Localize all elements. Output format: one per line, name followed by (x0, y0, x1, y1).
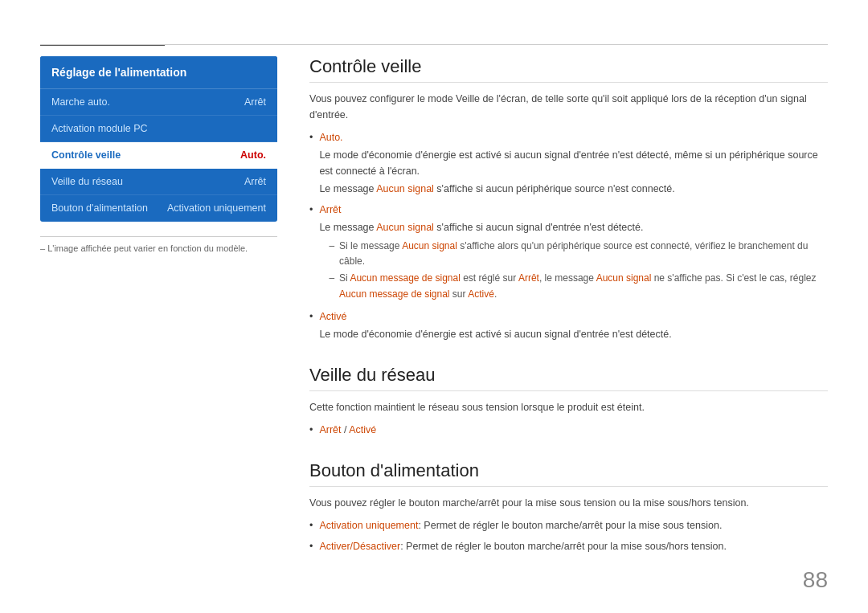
activer-desactiver-text: Activer/Désactiver: Permet de régler le … (319, 538, 727, 554)
activation-uniquement-label: Activation uniquement (319, 520, 418, 531)
bullet-arret-active: Arrêt / Activé (309, 422, 828, 438)
sidebar-item-activation-module[interactable]: Activation module PC (40, 116, 277, 142)
sidebar-item-value: Arrêt (244, 176, 266, 187)
sidebar-item-value: Activation uniquement (167, 202, 266, 214)
bullet-auto-sub1: Le mode d'économie d'énergie est activé … (319, 147, 828, 179)
page-number: 88 (803, 567, 828, 593)
sidebar: Réglage de l'alimentation Marche auto. A… (40, 56, 277, 577)
sidebar-title: Réglage de l'alimentation (40, 56, 277, 89)
activation-uniquement-text: Activation uniquement: Permet de régler … (319, 517, 722, 533)
bullet-arret-block: Arrêt Le message Aucun signal s'affiche … (319, 202, 828, 304)
bullet-activation-uniquement: Activation uniquement: Permet de régler … (309, 517, 828, 533)
dash-item-2: Si Aucun message de signal est réglé sur… (329, 271, 828, 301)
bullet-active: Activé Le mode d'économie d'énergie est … (309, 309, 828, 342)
arret-label: Arrêt (319, 204, 341, 215)
sidebar-menu: Réglage de l'alimentation Marche auto. A… (40, 56, 277, 222)
bullet-auto-sub2: Le message Aucun signal s'affiche si auc… (319, 181, 828, 197)
section-bouton-alimentation: Bouton d'alimentation Vous pouvez régler… (309, 460, 828, 554)
bullet-active-block: Activé Le mode d'économie d'énergie est … (319, 309, 671, 342)
veille-reseau-desc: Cette fonction maintient le réseau sous … (309, 399, 828, 415)
aucun-message-signal: Aucun message de signal (350, 272, 460, 284)
aucun-signal-2: Aucun signal (376, 222, 434, 233)
aucun-signal-4: Aucun signal (596, 272, 652, 284)
sidebar-footnote: – L'image affichée peut varier en foncti… (40, 236, 277, 253)
section-title-controle-veille: Contrôle veille (309, 56, 828, 83)
auto-label: Auto. (319, 132, 342, 143)
sidebar-item-marche-auto[interactable]: Marche auto. Arrêt (40, 89, 277, 116)
sidebar-item-label: Bouton d'alimentation (51, 202, 148, 214)
bullet-arret-label: Arrêt (319, 202, 828, 218)
dash-text-1: Si le message Aucun signal s'affiche alo… (339, 239, 828, 269)
aucun-message-signal-2: Aucun message de signal (339, 288, 449, 300)
arret-active-text: Arrêt / Activé (319, 422, 376, 438)
main-layout: Réglage de l'alimentation Marche auto. A… (40, 56, 828, 577)
section-title-bouton: Bouton d'alimentation (309, 460, 828, 487)
aucun-signal-3: Aucun signal (402, 240, 457, 251)
bullet-active-label: Activé (319, 309, 671, 325)
veille-reseau-bullets: Arrêt / Activé (309, 422, 828, 438)
dash-text-2: Si Aucun message de signal est réglé sur… (339, 271, 828, 301)
section-veille-reseau: Veille du réseau Cette fonction maintien… (309, 365, 828, 438)
bullet-arret-sub: Le message Aucun signal s'affiche si auc… (319, 219, 828, 235)
bullet-auto-label: Auto. (319, 129, 828, 145)
sidebar-item-label: Contrôle veille (51, 149, 121, 161)
bouton-bullets: Activation uniquement: Permet de régler … (309, 517, 828, 554)
bullet-arret: Arrêt Le message Aucun signal s'affiche … (309, 202, 828, 304)
main-content: Contrôle veille Vous pouvez configurer l… (309, 56, 828, 577)
active-option: Activé (349, 424, 376, 435)
sidebar-item-bouton-alimentation[interactable]: Bouton d'alimentation Activation uniquem… (40, 195, 277, 222)
arret-ref: Arrêt (518, 272, 539, 284)
footnote-text: – L'image affichée peut varier en foncti… (40, 243, 248, 253)
sidebar-item-controle-veille[interactable]: Contrôle veille Auto. (40, 142, 277, 169)
active-ref: Activé (468, 288, 494, 300)
bullet-active-sub: Le mode d'économie d'énergie est activé … (319, 326, 671, 342)
bouton-desc: Vous pouvez régler le bouton marche/arrê… (309, 495, 828, 511)
top-line (40, 44, 828, 45)
arret-dash-list: Si le message Aucun signal s'affiche alo… (319, 239, 828, 304)
sidebar-item-veille-reseau[interactable]: Veille du réseau Arrêt (40, 169, 277, 195)
sidebar-item-label: Veille du réseau (51, 176, 123, 187)
active-label: Activé (319, 311, 346, 322)
sidebar-item-label: Activation module PC (51, 123, 148, 134)
aucun-signal-1: Aucun signal (376, 183, 434, 194)
bullet-activer-desactiver: Activer/Désactiver: Permet de régler le … (309, 538, 828, 554)
section-title-veille-reseau: Veille du réseau (309, 365, 828, 391)
section-controle-veille: Contrôle veille Vous pouvez configurer l… (309, 56, 828, 342)
page-container: Réglage de l'alimentation Marche auto. A… (0, 0, 868, 613)
activer-desactiver-label: Activer/Désactiver (319, 541, 400, 552)
sidebar-item-label: Marche auto. (51, 96, 110, 108)
bullet-auto-block: Auto. Le mode d'économie d'énergie est a… (319, 129, 828, 197)
controle-veille-bullets: Auto. Le mode d'économie d'énergie est a… (309, 129, 828, 342)
sidebar-item-value: Auto. (240, 149, 266, 161)
bullet-auto: Auto. Le mode d'économie d'énergie est a… (309, 129, 828, 197)
sidebar-item-value: Arrêt (244, 96, 266, 108)
dash-item-1: Si le message Aucun signal s'affiche alo… (329, 239, 828, 269)
arret-option: Arrêt (319, 424, 341, 435)
controle-veille-desc: Vous pouvez configurer le mode Veille de… (309, 91, 828, 123)
